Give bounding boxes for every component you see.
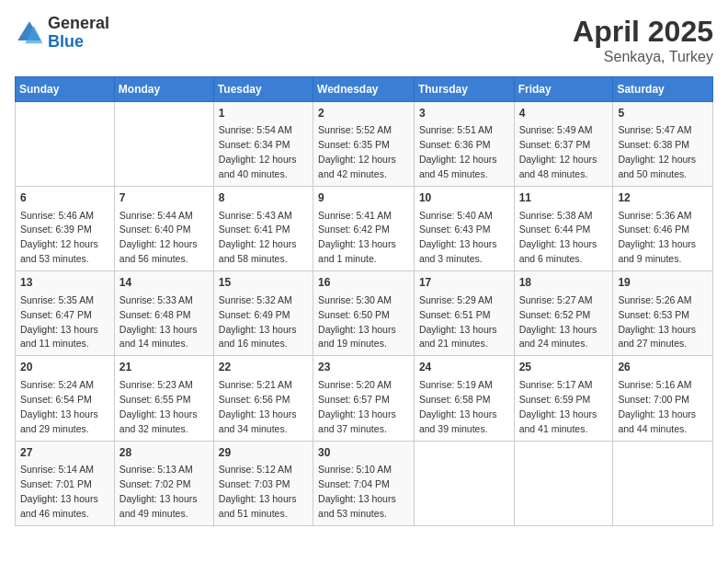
day-info: Sunrise: 5:51 AM Sunset: 6:36 PM Dayligh… xyxy=(419,124,497,179)
day-info: Sunrise: 5:40 AM Sunset: 6:43 PM Dayligh… xyxy=(419,210,497,265)
day-number: 17 xyxy=(419,275,509,291)
col-header-friday: Friday xyxy=(514,77,613,102)
day-number: 6 xyxy=(20,190,109,206)
day-cell: 24Sunrise: 5:19 AM Sunset: 6:58 PM Dayli… xyxy=(414,356,514,441)
day-cell: 6Sunrise: 5:46 AM Sunset: 6:39 PM Daylig… xyxy=(16,187,115,271)
day-info: Sunrise: 5:10 AM Sunset: 7:04 PM Dayligh… xyxy=(318,464,396,519)
day-number: 28 xyxy=(119,445,209,461)
title-month: April 2025 xyxy=(573,15,713,49)
day-number: 18 xyxy=(519,275,609,291)
day-cell xyxy=(414,441,514,525)
day-cell: 2Sunrise: 5:52 AM Sunset: 6:35 PM Daylig… xyxy=(313,102,415,187)
day-cell: 21Sunrise: 5:23 AM Sunset: 6:55 PM Dayli… xyxy=(114,356,213,441)
day-info: Sunrise: 5:36 AM Sunset: 6:46 PM Dayligh… xyxy=(618,210,696,265)
day-info: Sunrise: 5:30 AM Sunset: 6:50 PM Dayligh… xyxy=(318,294,396,350)
title-block: April 2025 Senkaya, Turkey xyxy=(573,15,713,65)
logo-text: General Blue xyxy=(48,15,109,52)
day-number: 5 xyxy=(618,106,708,121)
day-info: Sunrise: 5:49 AM Sunset: 6:37 PM Dayligh… xyxy=(519,124,597,179)
col-header-thursday: Thursday xyxy=(414,77,514,102)
day-cell: 14Sunrise: 5:33 AM Sunset: 6:48 PM Dayli… xyxy=(114,271,213,356)
day-cell: 16Sunrise: 5:30 AM Sunset: 6:50 PM Dayli… xyxy=(313,271,415,356)
day-info: Sunrise: 5:35 AM Sunset: 6:47 PM Dayligh… xyxy=(20,294,98,350)
day-cell: 29Sunrise: 5:12 AM Sunset: 7:03 PM Dayli… xyxy=(213,441,313,525)
day-info: Sunrise: 5:23 AM Sunset: 6:55 PM Dayligh… xyxy=(119,379,198,434)
day-info: Sunrise: 5:33 AM Sunset: 6:48 PM Dayligh… xyxy=(119,294,198,350)
day-number: 21 xyxy=(119,360,209,375)
day-number: 10 xyxy=(419,190,509,206)
day-number: 7 xyxy=(119,190,209,206)
week-row-5: 27Sunrise: 5:14 AM Sunset: 7:01 PM Dayli… xyxy=(16,441,713,525)
day-cell: 26Sunrise: 5:16 AM Sunset: 7:00 PM Dayli… xyxy=(613,356,713,441)
day-cell: 28Sunrise: 5:13 AM Sunset: 7:02 PM Dayli… xyxy=(114,441,213,525)
day-cell: 25Sunrise: 5:17 AM Sunset: 6:59 PM Dayli… xyxy=(514,356,613,441)
day-number: 1 xyxy=(219,106,308,121)
day-number: 27 xyxy=(20,445,109,461)
logo-icon xyxy=(15,18,44,48)
day-cell: 9Sunrise: 5:41 AM Sunset: 6:42 PM Daylig… xyxy=(313,187,415,271)
day-number: 29 xyxy=(219,445,308,461)
day-cell: 12Sunrise: 5:36 AM Sunset: 6:46 PM Dayli… xyxy=(613,187,713,271)
week-row-3: 13Sunrise: 5:35 AM Sunset: 6:47 PM Dayli… xyxy=(16,271,713,356)
day-info: Sunrise: 5:20 AM Sunset: 6:57 PM Dayligh… xyxy=(318,379,396,434)
day-number: 15 xyxy=(219,275,308,291)
day-number: 19 xyxy=(618,275,708,291)
day-info: Sunrise: 5:38 AM Sunset: 6:44 PM Dayligh… xyxy=(519,210,597,265)
day-info: Sunrise: 5:54 AM Sunset: 6:34 PM Dayligh… xyxy=(219,124,297,179)
day-info: Sunrise: 5:43 AM Sunset: 6:41 PM Dayligh… xyxy=(219,210,297,265)
day-cell xyxy=(16,102,115,187)
day-info: Sunrise: 5:32 AM Sunset: 6:49 PM Dayligh… xyxy=(219,294,297,350)
day-info: Sunrise: 5:41 AM Sunset: 6:42 PM Dayligh… xyxy=(318,210,396,265)
col-header-saturday: Saturday xyxy=(613,77,713,102)
day-cell: 8Sunrise: 5:43 AM Sunset: 6:41 PM Daylig… xyxy=(213,187,313,271)
day-cell: 22Sunrise: 5:21 AM Sunset: 6:56 PM Dayli… xyxy=(213,356,313,441)
day-cell: 15Sunrise: 5:32 AM Sunset: 6:49 PM Dayli… xyxy=(213,271,313,356)
day-info: Sunrise: 5:52 AM Sunset: 6:35 PM Dayligh… xyxy=(318,124,396,179)
calendar-table: SundayMondayTuesdayWednesdayThursdayFrid… xyxy=(15,76,713,526)
day-number: 2 xyxy=(318,106,409,121)
col-header-sunday: Sunday xyxy=(16,77,115,102)
col-header-wednesday: Wednesday xyxy=(313,77,415,102)
day-number: 30 xyxy=(318,445,409,461)
day-cell: 23Sunrise: 5:20 AM Sunset: 6:57 PM Dayli… xyxy=(313,356,415,441)
day-info: Sunrise: 5:47 AM Sunset: 6:38 PM Dayligh… xyxy=(618,124,696,179)
day-info: Sunrise: 5:21 AM Sunset: 6:56 PM Dayligh… xyxy=(219,379,297,434)
day-cell: 5Sunrise: 5:47 AM Sunset: 6:38 PM Daylig… xyxy=(613,102,713,187)
day-info: Sunrise: 5:44 AM Sunset: 6:40 PM Dayligh… xyxy=(119,210,198,265)
week-row-2: 6Sunrise: 5:46 AM Sunset: 6:39 PM Daylig… xyxy=(16,187,713,271)
day-number: 9 xyxy=(318,190,409,206)
day-cell: 27Sunrise: 5:14 AM Sunset: 7:01 PM Dayli… xyxy=(16,441,115,525)
page-header: General Blue April 2025 Senkaya, Turkey xyxy=(15,15,713,65)
col-header-monday: Monday xyxy=(114,77,213,102)
logo-general: General xyxy=(48,15,109,33)
day-info: Sunrise: 5:26 AM Sunset: 6:53 PM Dayligh… xyxy=(618,294,696,350)
day-cell: 20Sunrise: 5:24 AM Sunset: 6:54 PM Dayli… xyxy=(16,356,115,441)
day-cell xyxy=(514,441,613,525)
day-info: Sunrise: 5:46 AM Sunset: 6:39 PM Dayligh… xyxy=(20,210,98,265)
day-cell: 17Sunrise: 5:29 AM Sunset: 6:51 PM Dayli… xyxy=(414,271,514,356)
day-info: Sunrise: 5:29 AM Sunset: 6:51 PM Dayligh… xyxy=(419,294,497,350)
day-info: Sunrise: 5:17 AM Sunset: 6:59 PM Dayligh… xyxy=(519,379,597,434)
day-info: Sunrise: 5:14 AM Sunset: 7:01 PM Dayligh… xyxy=(20,464,98,519)
day-cell: 7Sunrise: 5:44 AM Sunset: 6:40 PM Daylig… xyxy=(114,187,213,271)
day-number: 8 xyxy=(219,190,308,206)
day-info: Sunrise: 5:16 AM Sunset: 7:00 PM Dayligh… xyxy=(618,379,696,434)
day-number: 13 xyxy=(20,275,109,291)
day-info: Sunrise: 5:12 AM Sunset: 7:03 PM Dayligh… xyxy=(219,464,297,519)
day-number: 24 xyxy=(419,360,509,375)
logo-blue: Blue xyxy=(48,33,109,52)
day-number: 22 xyxy=(219,360,308,375)
day-info: Sunrise: 5:13 AM Sunset: 7:02 PM Dayligh… xyxy=(119,464,198,519)
calendar-body: 1Sunrise: 5:54 AM Sunset: 6:34 PM Daylig… xyxy=(16,102,713,526)
day-number: 23 xyxy=(318,360,409,375)
day-cell: 19Sunrise: 5:26 AM Sunset: 6:53 PM Dayli… xyxy=(613,271,713,356)
day-number: 4 xyxy=(519,106,609,121)
day-number: 26 xyxy=(618,360,708,375)
day-number: 11 xyxy=(519,190,609,206)
day-cell xyxy=(613,441,713,525)
day-info: Sunrise: 5:27 AM Sunset: 6:52 PM Dayligh… xyxy=(519,294,597,350)
day-number: 3 xyxy=(419,106,509,121)
day-cell: 10Sunrise: 5:40 AM Sunset: 6:43 PM Dayli… xyxy=(414,187,514,271)
day-cell xyxy=(114,102,213,187)
logo: General Blue xyxy=(15,15,109,52)
